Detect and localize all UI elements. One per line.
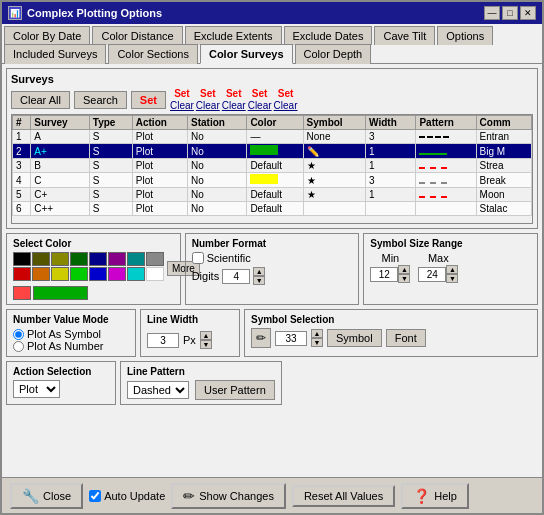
line-pattern-select[interactable]: Dashed Solid Dotted <box>127 381 189 399</box>
help-label: Help <box>434 490 457 502</box>
cell-width: 1 <box>366 159 416 173</box>
min-input[interactable] <box>370 267 398 282</box>
user-pattern-button[interactable]: User Pattern <box>195 380 275 400</box>
min-down[interactable]: ▼ <box>398 274 410 283</box>
cell-type: S <box>89 202 132 216</box>
plot-as-number-radio[interactable] <box>13 341 24 352</box>
digits-row: Digits ▲ ▼ <box>192 267 353 285</box>
minimize-button[interactable]: — <box>484 6 500 20</box>
cell-station: No <box>188 173 247 188</box>
color-teal[interactable] <box>127 252 145 266</box>
clear-label-4[interactable]: Clear <box>248 100 272 111</box>
min-label: Min <box>381 252 399 264</box>
cell-type: S <box>89 173 132 188</box>
color-dark-green[interactable] <box>70 252 88 266</box>
cell-num: 6 <box>13 202 31 216</box>
col-action: Action <box>132 116 187 130</box>
color-dark-blue[interactable] <box>89 252 107 266</box>
tab-color-by-date[interactable]: Color By Date <box>4 26 90 45</box>
symbol-value-input[interactable] <box>275 331 307 346</box>
lp-inner: Dashed Solid Dotted User Pattern <box>127 380 275 400</box>
cell-comment: Stalac <box>476 202 531 216</box>
surveys-table: # Survey Type Action Station Color Symbo… <box>12 115 532 216</box>
select-color-title: Select Color <box>13 238 174 249</box>
selected-color-red[interactable] <box>13 286 31 300</box>
digits-up[interactable]: ▲ <box>253 267 265 276</box>
lw-up[interactable]: ▲ <box>200 331 212 340</box>
symbol-button[interactable]: Symbol <box>327 329 382 347</box>
close-icon: 🔧 <box>22 488 39 504</box>
tab-color-depth[interactable]: Color Depth <box>295 44 372 64</box>
cell-type: S <box>89 188 132 202</box>
help-button[interactable]: ❓ Help <box>401 483 469 509</box>
color-blue[interactable] <box>89 267 107 281</box>
clear-all-button[interactable]: Clear All <box>11 91 70 109</box>
table-row[interactable]: 4 C S Plot No ★ 3 Break <box>13 173 532 188</box>
tab-exclude-extents[interactable]: Exclude Extents <box>185 26 282 45</box>
table-row[interactable]: 6 C++ S Plot No Default Stalac <box>13 202 532 216</box>
color-olive[interactable] <box>32 252 50 266</box>
color-black[interactable] <box>13 252 31 266</box>
color-dark-yellow[interactable] <box>51 252 69 266</box>
close-button[interactable]: 🔧 Close <box>10 483 83 509</box>
plot-as-symbol-radio[interactable] <box>13 329 24 340</box>
color-gray[interactable] <box>146 252 164 266</box>
color-red[interactable] <box>13 267 31 281</box>
max-up[interactable]: ▲ <box>446 265 458 274</box>
digits-down[interactable]: ▼ <box>253 276 265 285</box>
maximize-button[interactable]: □ <box>502 6 518 20</box>
symbol-down[interactable]: ▼ <box>311 338 323 347</box>
scientific-checkbox[interactable] <box>192 252 204 264</box>
max-input[interactable] <box>418 267 446 282</box>
close-window-button[interactable]: ✕ <box>520 6 536 20</box>
tab-included-surveys[interactable]: Included Surveys <box>4 44 106 64</box>
cell-survey: A+ <box>31 144 90 159</box>
surveys-group: Surveys Clear All Search Set Set Clear S… <box>6 68 538 229</box>
show-changes-button[interactable]: ✏ Show Changes <box>171 483 286 509</box>
color-purple[interactable] <box>108 252 126 266</box>
tab-cave-tilt[interactable]: Cave Tilt <box>374 26 435 45</box>
number-format-group: Number Format Scientific Digits ▲ ▼ <box>185 233 360 305</box>
color-green[interactable] <box>70 267 88 281</box>
table-row[interactable]: 2 A+ S Plot No ✏️ 1 Big M <box>13 144 532 159</box>
min-up[interactable]: ▲ <box>398 265 410 274</box>
table-row[interactable]: 5 C+ S Plot No Default ★ 1 Moon <box>13 188 532 202</box>
tab-color-sections[interactable]: Color Sections <box>108 44 198 64</box>
digits-input[interactable] <box>222 269 250 284</box>
action-select[interactable]: Plot Skip Hide <box>13 380 60 398</box>
color-magenta[interactable] <box>108 267 126 281</box>
clear-label-5[interactable]: Clear <box>274 100 298 111</box>
color-yellow[interactable] <box>51 267 69 281</box>
action-sel-title: Action Selection <box>13 366 109 377</box>
clear-label-2[interactable]: Clear <box>196 100 220 111</box>
clear-label-1[interactable]: Clear <box>170 100 194 111</box>
tab-exclude-dates[interactable]: Exclude Dates <box>284 26 373 45</box>
set-col-3: Set Clear <box>222 88 246 111</box>
color-orange[interactable] <box>32 267 50 281</box>
symbol-up[interactable]: ▲ <box>311 329 323 338</box>
reset-all-button[interactable]: Reset All Values <box>292 485 395 507</box>
table-row[interactable]: 1 A S Plot No — None 3 Entran <box>13 130 532 144</box>
selected-color-swatch[interactable] <box>33 286 88 300</box>
tab-options[interactable]: Options <box>437 26 493 45</box>
max-down[interactable]: ▼ <box>446 274 458 283</box>
lw-down[interactable]: ▼ <box>200 340 212 349</box>
cell-width: 3 <box>366 130 416 144</box>
clear-label-3[interactable]: Clear <box>222 100 246 111</box>
cell-num: 1 <box>13 130 31 144</box>
color-white[interactable] <box>146 267 164 281</box>
cell-type: S <box>89 159 132 173</box>
auto-update-checkbox[interactable] <box>89 490 101 502</box>
search-button[interactable]: Search <box>74 91 127 109</box>
pencil-tool-button[interactable]: ✏ <box>251 328 271 348</box>
color-cyan[interactable] <box>127 267 145 281</box>
tab-color-surveys[interactable]: Color Surveys <box>200 44 293 64</box>
line-width-input[interactable] <box>147 333 179 348</box>
table-row[interactable]: 3 B S Plot No Default ★ 1 Strea <box>13 159 532 173</box>
font-button[interactable]: Font <box>386 329 426 347</box>
lw-unit: Px <box>183 334 196 346</box>
max-input-row: ▲ ▼ <box>418 265 458 283</box>
set-button[interactable]: Set <box>131 91 166 109</box>
tab-color-distance[interactable]: Color Distance <box>92 26 182 45</box>
window-controls: — □ ✕ <box>484 6 536 20</box>
